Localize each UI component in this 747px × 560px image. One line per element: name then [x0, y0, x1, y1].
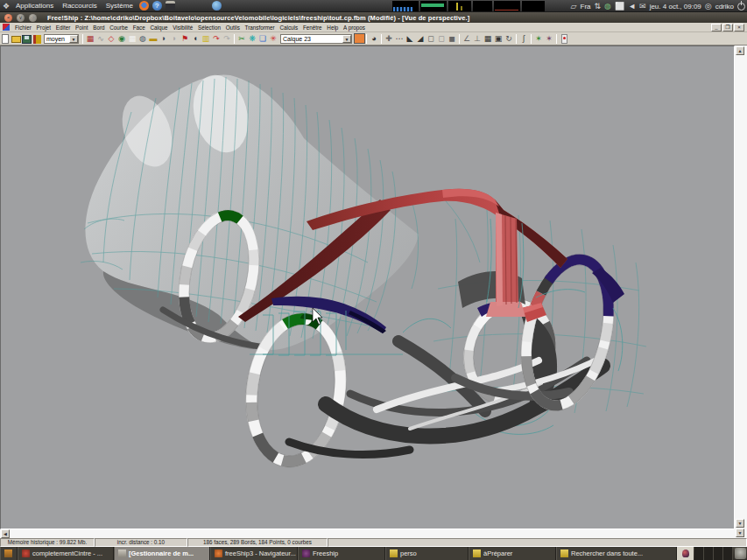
distro-logo-icon[interactable]: ❖	[3, 2, 11, 10]
tray-balloon-icon[interactable]	[677, 547, 694, 560]
mdi-close-button[interactable]: ×	[734, 24, 744, 32]
menu-visibilité[interactable]: Visibilité	[170, 24, 195, 31]
scroll-left-button[interactable]: ◀	[1, 529, 10, 538]
menu-outils[interactable]: Outils	[223, 24, 243, 31]
leaf2-icon[interactable]: ◖	[190, 33, 201, 45]
asterisk-red-icon[interactable]: ✳	[268, 33, 278, 45]
taskbar-item-5[interactable]: àPréparer	[469, 547, 556, 560]
curve-red-icon[interactable]: ↷	[211, 33, 222, 45]
window-close-button[interactable]: ×	[4, 14, 12, 22]
dots-icon[interactable]: ⋯	[394, 33, 405, 45]
help-icon[interactable]: ?	[152, 1, 162, 10]
menu-fenêtre[interactable]: Fenêtre	[300, 24, 324, 31]
taskbar-item-6[interactable]: Rechercher dans toute...	[556, 547, 677, 560]
open-file-icon[interactable]	[11, 33, 21, 45]
flip-v-icon[interactable]: ◢	[415, 33, 426, 45]
window-title-bar[interactable]: × ∨ ○ Free!Ship : Z:\home\cdriko\Dropbox…	[0, 12, 747, 23]
taskbar-item-1[interactable]: [Gestionnaire de m...	[114, 547, 210, 560]
scroll-down-button[interactable]: ▼	[736, 519, 744, 528]
curve-gray-icon[interactable]: ↷	[222, 33, 232, 45]
wave-icon[interactable]: ∿	[95, 33, 106, 45]
power-icon[interactable]	[737, 3, 745, 10]
terminal-icon[interactable]	[166, 1, 175, 10]
updates-icon[interactable]: ⇅	[595, 1, 602, 11]
menu-a-propos[interactable]: A propos	[341, 24, 368, 31]
monitor-applet-1[interactable]	[420, 1, 447, 11]
notes-icon[interactable]: ▱	[571, 1, 577, 11]
box-dark-icon[interactable]: ▣	[493, 33, 504, 45]
taskbar-item-0[interactable]: completementCintre - ...	[18, 547, 114, 560]
leaf-gray-icon[interactable]: ◗	[169, 33, 180, 45]
protractor-icon[interactable]: ∠	[462, 33, 472, 45]
menu-point[interactable]: Point	[73, 24, 90, 31]
mdi-restore-button[interactable]: ❐	[722, 24, 733, 32]
leaf-dark-icon[interactable]: ◗	[159, 33, 169, 45]
rotate-icon[interactable]: ↻	[504, 33, 514, 45]
grid-dark-icon[interactable]: ▦	[483, 33, 493, 45]
monitor-applet-0[interactable]	[392, 1, 419, 11]
firefox-icon[interactable]	[139, 1, 149, 10]
menu-sélection[interactable]: Sélection	[195, 24, 223, 31]
stack-yellow-icon[interactable]: ▥	[201, 33, 211, 45]
window-blue-icon[interactable]: ❏	[257, 33, 268, 45]
check-teal-icon[interactable]: ❋	[247, 33, 257, 45]
layer-combo[interactable]: Calque 23▼	[280, 34, 352, 44]
globe-dark-icon[interactable]: ◍	[137, 33, 148, 45]
menu-face[interactable]: Face	[130, 24, 148, 31]
taskbar-item-2[interactable]: freeShip3 - Navigateur...	[210, 547, 298, 560]
circle-dark-icon[interactable]: ◕	[369, 33, 379, 45]
sparkle-edit-icon[interactable]: ✶	[544, 33, 554, 45]
panel-menu-applications[interactable]: Applications	[11, 2, 58, 10]
jcurve-icon[interactable]: ʃ	[518, 33, 529, 45]
menu-courbe[interactable]: Courbe	[107, 24, 130, 31]
monitor-applet-5[interactable]	[522, 1, 545, 11]
unlock-icon[interactable]: ◻	[436, 33, 447, 45]
mail-icon[interactable]: ✉	[639, 1, 646, 11]
move-icon[interactable]: ✚	[384, 33, 394, 45]
grid-red-icon[interactable]: ▦	[85, 33, 95, 45]
clock[interactable]: jeu. 4 oct., 09:09	[650, 3, 701, 10]
hull-yellow-icon[interactable]: ▬	[148, 33, 159, 45]
user-name[interactable]: cdriko	[715, 3, 734, 10]
workspace-switcher[interactable]	[694, 547, 733, 560]
monitor-applet-4[interactable]	[494, 1, 520, 11]
precision-combo[interactable]: moyen▼	[44, 34, 79, 44]
diamond-icon[interactable]: ◇	[106, 33, 116, 45]
menu-help[interactable]: Help	[324, 24, 341, 31]
window-minimize-button[interactable]: ∨	[17, 14, 25, 22]
lock-all-icon[interactable]: ◼	[447, 33, 457, 45]
vertical-scrollbar[interactable]: ▲ ▼ ▼	[735, 46, 747, 538]
menu-bord[interactable]: Bord	[90, 24, 107, 31]
menu-calculs[interactable]: Calculs	[278, 24, 300, 31]
volume-icon[interactable]: ◄	[628, 1, 636, 11]
layer-color-swatch[interactable]	[354, 33, 364, 45]
level-icon[interactable]: ⊥	[472, 33, 483, 45]
globe-launcher-icon[interactable]	[212, 1, 222, 10]
menu-editer[interactable]: Editer	[53, 24, 73, 31]
system-monitors[interactable]	[392, 1, 545, 11]
lock-icon[interactable]: ◻	[426, 33, 436, 45]
network-globe-icon[interactable]: ◍	[604, 1, 611, 11]
menu-fichier[interactable]: Fichier	[12, 24, 34, 31]
new-file-icon[interactable]	[0, 33, 11, 45]
exit-icon[interactable]	[32, 33, 42, 45]
trash-icon[interactable]	[735, 548, 746, 559]
grid-white-icon[interactable]: ▦	[127, 33, 137, 45]
horizontal-scrollbar[interactable]: ◀	[0, 529, 735, 538]
display-icon[interactable]: ⬜	[615, 1, 624, 11]
monitor-applet-3[interactable]	[473, 1, 492, 11]
flip-h-icon[interactable]: ◣	[405, 33, 415, 45]
monitor-applet-2[interactable]	[448, 1, 471, 11]
keyboard-indicator[interactable]: Fra	[581, 3, 591, 10]
sphere-icon[interactable]: ◉	[116, 33, 127, 45]
menu-calque[interactable]: Calque	[148, 24, 171, 31]
mdi-minimize-button[interactable]: _	[711, 24, 722, 32]
intersect-icon[interactable]: ✂	[236, 33, 247, 45]
user-avatar-icon[interactable]: ◎	[705, 1, 712, 11]
flag-icon[interactable]: ⚑	[180, 33, 190, 45]
menu-projet[interactable]: Projet	[34, 24, 53, 31]
panel-menu-systeme[interactable]: Système	[102, 2, 137, 10]
panel-menu-raccourcis[interactable]: Raccourcis	[58, 2, 102, 10]
save-file-icon[interactable]	[21, 33, 32, 45]
menu-transformer[interactable]: Transformer	[243, 24, 278, 31]
